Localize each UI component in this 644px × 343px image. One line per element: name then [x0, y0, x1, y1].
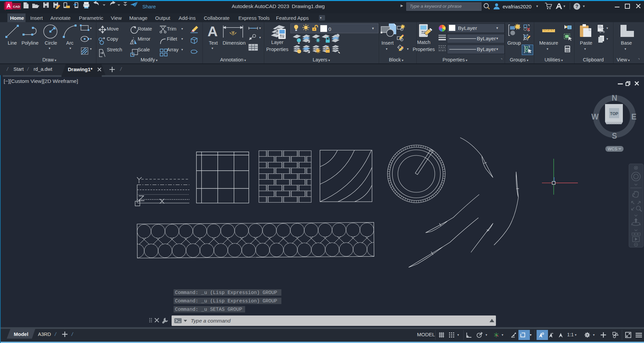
svg-text:E: E — [631, 112, 636, 121]
svg-text:TOP: TOP — [610, 111, 618, 116]
svg-text:?: ? — [576, 4, 579, 9]
svg-text:S: S — [612, 132, 617, 140]
svg-text:N: N — [612, 94, 617, 102]
svg-text:W: W — [591, 112, 599, 121]
svg-text:WCS: WCS — [607, 147, 617, 151]
